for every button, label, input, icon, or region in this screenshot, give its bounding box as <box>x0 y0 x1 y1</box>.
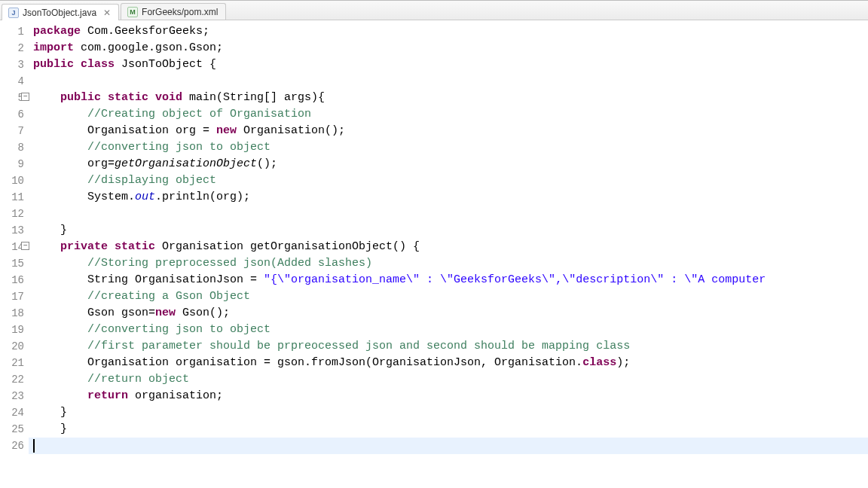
line-number: 6 <box>0 106 27 123</box>
tab-label: JsonToObject.java <box>23 8 96 18</box>
line-number: 13 <box>0 222 27 239</box>
code-line[interactable]: Organisation organisation = gson.fromJso… <box>33 355 868 371</box>
code-line[interactable]: public class JsonToObject { <box>33 56 868 73</box>
line-number: 15 <box>0 255 27 272</box>
line-number: 12 <box>0 206 27 222</box>
line-number-gutter: 12345−67891011121314−1516171819202122232… <box>0 20 29 488</box>
code-line[interactable]: private static Organisation getOrganisat… <box>33 239 868 255</box>
code-line[interactable]: //Creating object of Organisation <box>33 106 868 123</box>
line-number: 11 <box>0 189 27 206</box>
line-number: 9 <box>0 156 27 172</box>
code-line[interactable]: } <box>33 222 868 239</box>
tab-label: ForGeeks/pom.xml <box>142 7 218 17</box>
line-number: 3 <box>0 56 27 73</box>
line-number: 18 <box>0 305 27 322</box>
line-number: 22 <box>0 371 27 388</box>
code-line[interactable] <box>33 73 868 90</box>
code-line[interactable]: org=getOrganisationObject(); <box>33 156 868 172</box>
java-file-icon: J <box>8 8 19 18</box>
code-line[interactable]: //converting json to object <box>33 322 868 338</box>
code-line[interactable]: //converting json to object <box>33 139 868 156</box>
code-line[interactable]: //Storing preprocessed json(Added slashe… <box>33 255 868 272</box>
code-line[interactable]: Gson gson=new Gson(); <box>33 305 868 322</box>
code-line[interactable]: //return object <box>33 371 868 388</box>
code-line[interactable] <box>33 438 868 454</box>
code-line[interactable]: Organisation org = new Organisation(); <box>33 123 868 139</box>
code-line[interactable]: return organisation; <box>33 388 868 404</box>
line-number: 8 <box>0 139 27 156</box>
code-line[interactable]: //first parameter should be prpreocessed… <box>33 338 868 355</box>
tab-json-to-object[interactable]: J JsonToObject.java ✕ <box>2 4 119 20</box>
code-line[interactable] <box>33 206 868 222</box>
line-number: 20 <box>0 338 27 355</box>
tab-pom-xml[interactable]: M ForGeeks/pom.xml <box>121 3 226 20</box>
line-number: 14− <box>0 239 27 255</box>
code-line[interactable]: } <box>33 421 868 438</box>
code-line[interactable]: //displaying object <box>33 172 868 189</box>
line-number: 2 <box>0 40 27 56</box>
code-line[interactable]: public static void main(String[] args){ <box>33 90 868 106</box>
editor-tabbar: J JsonToObject.java ✕ M ForGeeks/pom.xml <box>0 1 868 20</box>
code-line[interactable]: //creating a Gson Object <box>33 288 868 305</box>
line-number: 25 <box>0 421 27 438</box>
line-number: 19 <box>0 322 27 338</box>
code-line[interactable]: } <box>33 404 868 421</box>
line-number: 24 <box>0 404 27 421</box>
code-line[interactable]: import com.google.gson.Gson; <box>33 40 868 56</box>
code-line[interactable]: package Com.GeeksforGeeks; <box>33 23 868 40</box>
code-area[interactable]: package Com.GeeksforGeeks;import com.goo… <box>29 20 868 488</box>
line-number: 26 <box>0 438 27 454</box>
line-number: 21 <box>0 355 27 371</box>
line-number: 16 <box>0 272 27 288</box>
line-number: 4 <box>0 73 27 90</box>
code-line[interactable]: String OrganisationJson = "{\"organisati… <box>33 272 868 288</box>
code-line[interactable]: System.out.println(org); <box>33 189 868 206</box>
maven-file-icon: M <box>127 7 138 17</box>
line-number: 10 <box>0 172 27 189</box>
line-number: 23 <box>0 388 27 404</box>
line-number: 5− <box>0 90 27 106</box>
line-number: 7 <box>0 123 27 139</box>
line-number: 17 <box>0 288 27 305</box>
close-icon[interactable]: ✕ <box>103 8 111 18</box>
line-number: 1 <box>0 23 27 40</box>
code-editor[interactable]: 12345−67891011121314−1516171819202122232… <box>0 20 868 488</box>
